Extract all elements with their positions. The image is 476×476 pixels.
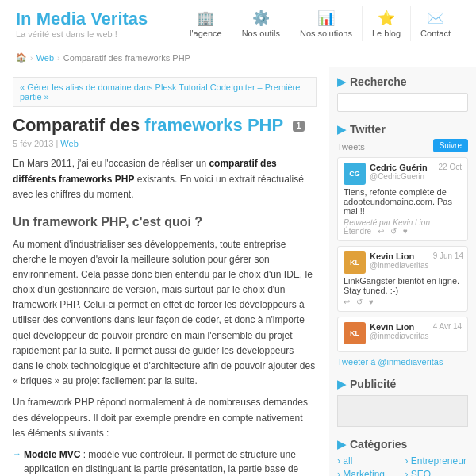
- tweet-1-avatar: CG: [344, 163, 366, 185]
- site-header: In Media Veritas La vérité est dans le w…: [0, 0, 476, 48]
- search-input[interactable]: [337, 93, 468, 112]
- sidebar-search-title: ▶ Recherche: [337, 75, 468, 88]
- section1-p2: Un framework PHP répond normalement à de…: [13, 395, 317, 441]
- tweet-1-user: Cedric Guérin @CedricGuerin: [370, 163, 435, 181]
- tweet-1-actions: Étendre ↩ ↺ ♥: [344, 227, 462, 236]
- outils-icon: ⚙️: [252, 10, 270, 27]
- twitter-follow-button[interactable]: Suivre: [433, 139, 468, 152]
- pub-section-icon: ▶: [337, 378, 346, 390]
- tweet-3-user: Kevin Lion @inmediaveritas: [370, 322, 429, 340]
- nav-contact[interactable]: ✉️ Contact: [410, 6, 460, 41]
- tweet-1-date: 22 Oct: [439, 163, 462, 171]
- main-nav: 🏢 l'agence ⚙️ Nos outils 📊 Nos solutions…: [180, 6, 460, 41]
- tweet-1-handle: @CedricGuerin: [370, 172, 435, 181]
- site-logo[interactable]: In Media Veritas: [16, 9, 148, 29]
- nav-blog[interactable]: ⭐ Le blog: [362, 6, 410, 41]
- contact-icon: ✉️: [427, 10, 444, 27]
- tweet-1-fav-icon[interactable]: ♥: [403, 227, 408, 236]
- breadcrumb-current: Comparatif des frameworks PHP: [63, 53, 190, 63]
- logo-wrap: In Media Veritas La vérité est dans le w…: [16, 9, 148, 39]
- sidebar-cat-title: ▶ Catégories: [337, 438, 468, 451]
- article-title-part1: Comparatif des: [13, 115, 144, 135]
- nav-blog-label: Le blog: [372, 29, 401, 38]
- home-icon[interactable]: 🏠: [16, 52, 27, 63]
- section1-p1: Au moment d'industrialiser ses développe…: [13, 237, 317, 390]
- solutions-icon: 📊: [317, 10, 335, 27]
- search-section-icon: ▶: [337, 75, 346, 88]
- tweet-3-handle: @inmediaveritas: [370, 332, 429, 340]
- cat-all[interactable]: all: [337, 455, 401, 466]
- tweet-1-extend[interactable]: Étendre: [344, 227, 371, 236]
- nav-agence-label: l'agence: [190, 29, 222, 38]
- tweet-2-header: KL Kevin Lion @inmediaveritas 9 Jun 14: [344, 251, 462, 274]
- tweet-2-reply-icon[interactable]: ↩: [344, 298, 350, 306]
- prev-next-nav: « Gérer les alias de domaine dans Plesk …: [13, 77, 317, 107]
- tweet-2-name: Kevin Lion: [370, 251, 429, 261]
- article-intro: En Mars 2011, j'ai eu l'occasion de réal…: [13, 156, 317, 202]
- pub-box: [337, 395, 468, 427]
- logo-veritas: Veritas: [90, 9, 148, 29]
- sidebar: ▶ Recherche ▶ Twitter Tweets Suivre CG C…: [329, 67, 476, 476]
- sidebar-pub-section: ▶ Publicité: [337, 378, 468, 427]
- nav-solutions[interactable]: 📊 Nos solutions: [290, 6, 362, 41]
- section1-title: Un framework PHP, c'est quoi ?: [13, 212, 317, 232]
- article-meta: 5 fév 2013 | Web: [13, 139, 317, 148]
- article-title: Comparatif des frameworks PHP 1: [13, 115, 317, 136]
- tweet-3-avatar: KL: [344, 322, 366, 344]
- article-badge: 1: [293, 121, 305, 132]
- tweet-2-avatar: KL: [344, 251, 366, 274]
- tweet-2-user: Kevin Lion @inmediaveritas: [370, 251, 429, 270]
- cat-entrepreneur[interactable]: Entrepreneur: [405, 455, 469, 466]
- breadcrumb-web[interactable]: Web: [36, 53, 54, 63]
- nav-outils[interactable]: ⚙️ Nos outils: [232, 6, 290, 41]
- twitter-section-icon: ▶: [337, 123, 346, 136]
- cat-section-icon: ▶: [337, 438, 346, 451]
- site-tagline: La vérité est dans le web !: [16, 29, 148, 39]
- nav-outils-label: Nos outils: [242, 29, 280, 38]
- tweet-to-link[interactable]: Tweeter à @inmediaveritas: [337, 357, 468, 367]
- tweet-1-reply-icon[interactable]: ↩: [378, 227, 384, 236]
- article-title-part2: frameworks PHP: [144, 115, 282, 135]
- categories-grid: all Entrepreneur Marketing SEO Web: [337, 455, 468, 476]
- sidebar-twitter-section: ▶ Twitter Tweets Suivre CG Cedric Guérin…: [337, 123, 468, 367]
- tweet-1: CG Cedric Guérin @CedricGuerin 22 Oct Ti…: [337, 157, 468, 241]
- agence-icon: 🏢: [197, 10, 214, 27]
- tweets-label: Tweets: [337, 142, 365, 152]
- sidebar-twitter-title: ▶ Twitter: [337, 123, 468, 136]
- prev-next-link[interactable]: « Gérer les alias de domaine dans Plesk …: [20, 83, 300, 102]
- tweet-2-date: 9 Jun 14: [433, 251, 463, 260]
- tweet-2: KL Kevin Lion @inmediaveritas 9 Jun 14 L…: [337, 246, 468, 312]
- list-term: Modèle MVC: [24, 449, 80, 460]
- framework-features-list: Modèle MVC : modèle vue contrôleur. Il p…: [13, 447, 317, 476]
- tweet-3-date: 4 Avr 14: [433, 322, 463, 331]
- tweet-1-text: Tiens, refonte complète de adopteundomai…: [344, 187, 462, 216]
- article-body: En Mars 2011, j'ai eu l'occasion de réal…: [13, 156, 317, 476]
- tweet-3-header: KL Kevin Lion @inmediaveritas 4 Avr 14: [344, 322, 462, 344]
- cat-seo[interactable]: SEO: [405, 469, 469, 476]
- sidebar-cat-label: Catégories: [350, 438, 407, 451]
- sidebar-categories-section: ▶ Catégories all Entrepreneur Marketing …: [337, 438, 468, 476]
- tweet-2-actions: ↩ ↺ ♥: [344, 298, 462, 306]
- page-layout: « Gérer les alias de domaine dans Plesk …: [0, 67, 476, 476]
- tweet-1-header: CG Cedric Guérin @CedricGuerin 22 Oct: [344, 163, 462, 185]
- nav-agence[interactable]: 🏢 l'agence: [180, 6, 232, 41]
- tweet-2-retweet-icon[interactable]: ↺: [356, 298, 363, 306]
- tweet-1-name: Cedric Guérin: [370, 163, 435, 172]
- cat-marketing[interactable]: Marketing: [337, 469, 401, 476]
- main-content: « Gérer les alias de domaine dans Plesk …: [0, 67, 329, 476]
- sidebar-search-label: Recherche: [350, 75, 407, 88]
- tweet-3-name: Kevin Lion: [370, 322, 429, 332]
- blog-icon: ⭐: [378, 10, 395, 27]
- article-category[interactable]: Web: [60, 139, 78, 148]
- sidebar-pub-label: Publicité: [350, 378, 396, 390]
- sidebar-search-section: ▶ Recherche: [337, 75, 468, 112]
- tweet-2-text: LinkGangster bientôt en ligne. Stay tune…: [344, 276, 462, 295]
- tweet-1-retweet: Retweeté par Kevin Lion: [344, 218, 462, 227]
- tweet-2-fav-icon[interactable]: ♥: [369, 298, 374, 306]
- article-date: 5 fév 2013: [13, 139, 53, 148]
- twitter-header: Tweets Suivre: [337, 140, 468, 152]
- tweet-1-retweet-icon[interactable]: ↺: [390, 227, 397, 236]
- sidebar-twitter-label: Twitter: [350, 123, 386, 136]
- tweet-2-handle: @inmediaveritas: [370, 261, 429, 270]
- logo-in: In Media: [16, 9, 86, 29]
